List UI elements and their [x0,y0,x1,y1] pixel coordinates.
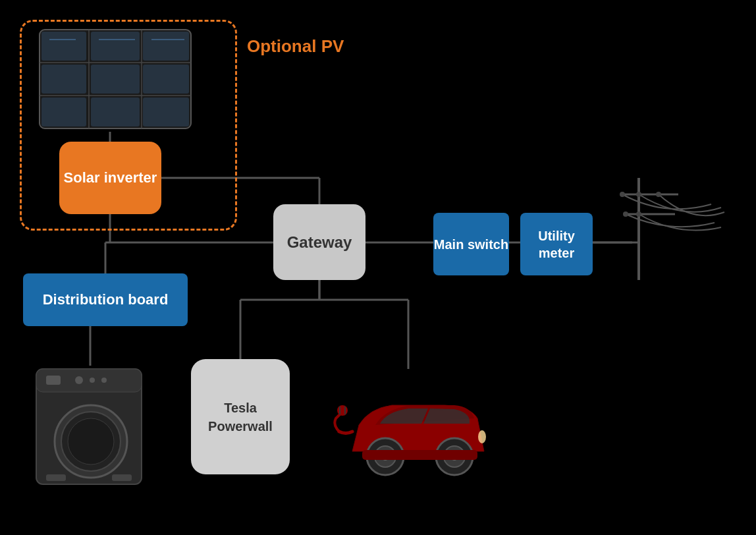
svg-rect-21 [41,32,86,61]
utility-meter-label: Utility meter [520,227,593,262]
diagram: Optional PV Solar inve [0,0,756,535]
svg-rect-29 [143,98,189,127]
distribution-board-label: Distribution board [43,291,169,308]
svg-point-44 [337,405,348,416]
svg-point-54 [478,430,486,443]
svg-point-36 [75,376,83,384]
tesla-powerwall-box: Tesla Powerwall [191,359,290,474]
gateway-label: Gateway [287,233,352,252]
main-switch-label: Main switch [434,236,508,253]
solar-panel-icon [36,26,194,132]
solar-inverter-box: Solar inverter [59,142,161,214]
electric-car-icon [326,366,491,491]
gateway-box: Gateway [273,204,365,280]
svg-rect-35 [46,376,61,385]
svg-point-41 [68,418,114,465]
washing-machine-icon [33,366,148,491]
distribution-board-box: Distribution board [23,273,188,326]
main-switch-box: Main switch [433,213,509,275]
utility-meter-box: Utility meter [520,213,593,275]
svg-point-37 [90,378,95,383]
svg-point-59 [636,192,641,197]
solar-inverter-label: Solar inverter [64,169,157,188]
svg-point-62 [636,211,641,217]
svg-rect-42 [46,474,66,481]
svg-rect-28 [91,98,140,127]
svg-point-60 [656,192,661,197]
svg-rect-24 [41,65,86,94]
svg-rect-53 [362,450,477,460]
svg-rect-23 [143,32,189,61]
svg-point-58 [620,192,625,197]
svg-rect-43 [112,474,132,481]
utility-grid-icon [619,171,731,283]
svg-rect-22 [91,32,140,61]
svg-rect-26 [143,65,189,94]
svg-point-38 [101,378,107,383]
tesla-powerwall-label: Tesla Powerwall [191,399,290,436]
svg-point-61 [623,211,628,217]
optional-pv-label: Optional PV [247,36,344,57]
svg-rect-27 [41,98,86,127]
svg-rect-25 [91,65,140,94]
